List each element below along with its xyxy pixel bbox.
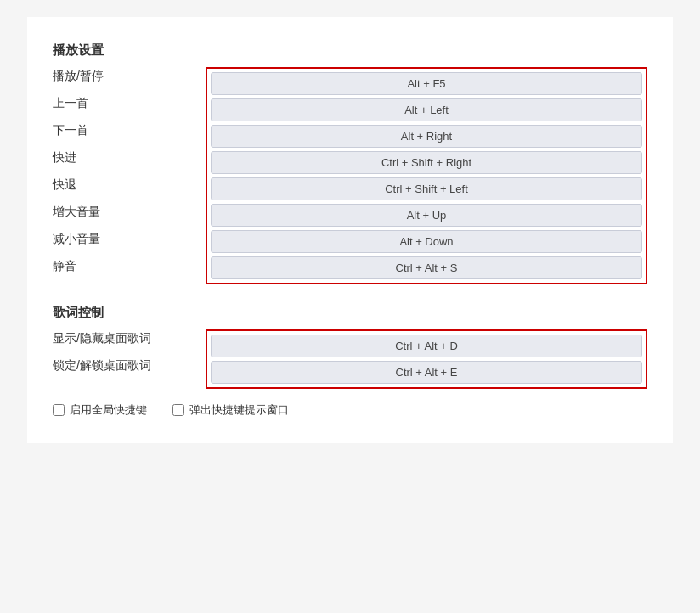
shortcut-prev[interactable]: Alt + Left xyxy=(211,98,642,121)
shortcut-vol-up[interactable]: Alt + Up xyxy=(211,204,642,227)
shortcut-play-pause[interactable]: Alt + F5 xyxy=(211,72,642,95)
label-mute: 静音 xyxy=(53,259,206,274)
shortcut-forward[interactable]: Ctrl + Shift + Right xyxy=(211,151,642,174)
label-prev: 上一首 xyxy=(53,96,206,111)
row-lock-lyrics: 锁定/解锁桌面歌词 xyxy=(53,357,206,375)
row-next: 下一首 xyxy=(53,121,206,140)
shortcut-backward[interactable]: Ctrl + Shift + Left xyxy=(211,177,642,200)
row-play-pause: 播放/暂停 xyxy=(53,67,206,86)
row-vol-down: 减小音量 xyxy=(53,230,206,249)
row-show-lyrics: 显示/隐藏桌面歌词 xyxy=(53,329,206,348)
settings-container: 播放设置 播放/暂停 上一首 下一首 快进 快退 增大音量 减小音量 xyxy=(27,17,673,443)
row-backward: 快退 xyxy=(53,176,206,194)
shortcuts-box-playback: Alt + F5 Alt + Left Alt + Right Ctrl + S… xyxy=(206,67,647,284)
popup-hint-label: 弹出快捷键提示窗口 xyxy=(189,402,289,418)
playback-section-title: 播放设置 xyxy=(53,42,647,59)
popup-hint-checkbox[interactable]: 弹出快捷键提示窗口 xyxy=(172,402,289,418)
label-next: 下一首 xyxy=(53,123,206,138)
shortcuts-box-lyrics: Ctrl + Alt + D Ctrl + Alt + E xyxy=(206,329,647,389)
label-vol-down: 减小音量 xyxy=(53,232,206,247)
lyrics-section-title: 歌词控制 xyxy=(53,305,647,321)
shortcut-vol-down[interactable]: Alt + Down xyxy=(211,230,642,253)
label-vol-up: 增大音量 xyxy=(53,205,206,220)
label-show-lyrics: 显示/隐藏桌面歌词 xyxy=(53,331,206,346)
row-mute: 静音 xyxy=(53,257,206,276)
label-lock-lyrics: 锁定/解锁桌面歌词 xyxy=(53,358,206,374)
shortcut-mute[interactable]: Ctrl + Alt + S xyxy=(211,256,642,279)
shortcut-show-lyrics[interactable]: Ctrl + Alt + D xyxy=(211,335,642,357)
shortcut-next[interactable]: Alt + Right xyxy=(211,125,642,148)
row-vol-up: 增大音量 xyxy=(53,203,206,222)
shortcut-lock-lyrics[interactable]: Ctrl + Alt + E xyxy=(211,361,642,384)
label-forward: 快进 xyxy=(53,150,206,166)
global-shortcut-input[interactable] xyxy=(53,404,65,416)
row-prev: 上一首 xyxy=(53,94,206,113)
row-forward: 快进 xyxy=(53,149,206,167)
label-backward: 快退 xyxy=(53,177,206,193)
label-play-pause: 播放/暂停 xyxy=(53,69,206,84)
popup-hint-input[interactable] xyxy=(172,404,184,416)
bottom-options: 启用全局快捷键 弹出快捷键提示窗口 xyxy=(53,402,647,418)
global-shortcut-label: 启用全局快捷键 xyxy=(70,402,147,418)
global-shortcut-checkbox[interactable]: 启用全局快捷键 xyxy=(53,402,147,418)
